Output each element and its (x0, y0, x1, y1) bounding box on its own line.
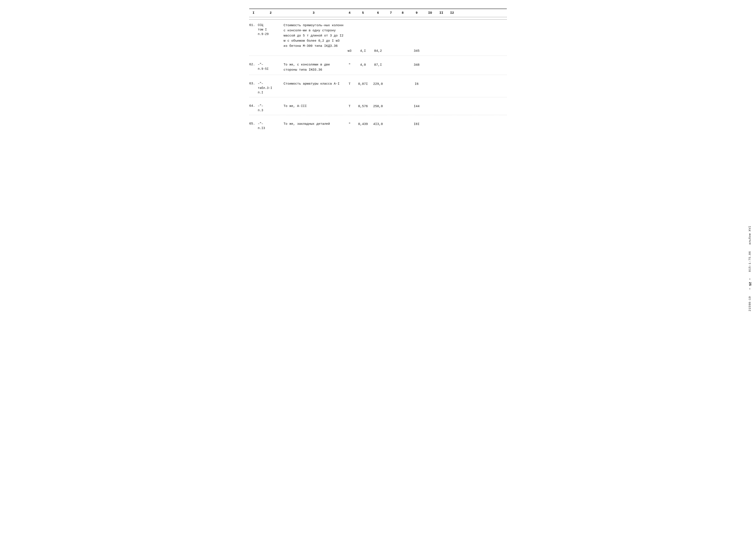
row-61-v11 (436, 23, 447, 23)
row-62-v9: 348 (409, 62, 424, 68)
page-container: I 2 3 4 5 6 7 8 9 IO II I2 61. ССЦ том I… (249, 9, 507, 133)
row-63-v9: I6 (409, 81, 424, 87)
row-63-v8 (396, 81, 409, 82)
header-col-3: 3 (284, 11, 344, 16)
row-61-v6: 84,2 (371, 23, 385, 54)
row-65-v8 (396, 122, 409, 122)
row-64-v6: 250,0 (371, 104, 385, 109)
row-64-v9: I44 (409, 104, 424, 109)
row-64-v11 (436, 104, 447, 104)
row-65-v9: I8I (409, 122, 424, 127)
header-col-6: 6 (371, 11, 385, 16)
header-col-9: 9 (409, 11, 424, 16)
row-62-v5: 4,0 (355, 62, 371, 68)
row-61-ref: 61. (249, 23, 258, 28)
row-61-v12 (447, 23, 458, 23)
row-62-v7 (385, 62, 396, 63)
row-62-ref: 62. (249, 62, 258, 67)
album-code: 815-1-75.86 (748, 251, 751, 272)
row-63-source: –"– табл.3-I п.I (258, 81, 284, 95)
row-65-v12 (447, 122, 458, 122)
row-61-v7 (385, 23, 396, 49)
table-row: 65. –"– п.I3 То же, закладных деталей " … (249, 122, 507, 133)
table-row: 62. –"– п.9-5I То же, с консолями в две … (249, 62, 507, 75)
row-65-v11 (436, 122, 447, 122)
row-65-desc: То же, закладных деталей (284, 122, 344, 127)
row-65-source: –"– п.I3 (258, 122, 284, 131)
row-61-v5: 4,I (355, 23, 371, 54)
row-63-ref: 63. (249, 81, 258, 86)
header-col-12: I2 (447, 11, 458, 16)
row-63-v12 (447, 81, 458, 82)
row-64-v10 (424, 104, 436, 104)
side-labels: альбом XVI 815-1-75.86 – 25 – 21598-19 (748, 226, 752, 311)
page-number: – 25 – (748, 278, 752, 290)
header-col-7: 7 (385, 11, 396, 16)
album-label: альбом XVI (748, 226, 751, 245)
table-row: 61. ССЦ том I п.9-29 Стоимость прямоугол… (249, 23, 507, 56)
row-61-v8 (396, 23, 409, 49)
row-61-source: ССЦ том I п.9-29 (258, 23, 284, 36)
header-col-2: 2 (258, 11, 284, 16)
doc-number: 21598-19 (748, 296, 751, 311)
row-61-v9: 345 (409, 23, 424, 54)
row-63-v6: 229,0 (371, 81, 385, 87)
row-62-desc: То же, с консолями в две стороны типа IK… (284, 62, 344, 72)
row-65-v5: 0,439 (355, 122, 371, 127)
row-65-ref: 65. (249, 122, 258, 126)
row-62-source: –"– п.9-5I (258, 62, 284, 71)
header-col-5: 5 (355, 11, 371, 16)
row-63-v5: 0,07I (355, 81, 371, 87)
row-63-v11 (436, 81, 447, 82)
row-64-ref: 64. (249, 104, 258, 109)
header-divider (249, 19, 507, 20)
table-row: 63. –"– табл.3-I п.I Стоимость арматуры … (249, 81, 507, 97)
row-61-desc: Стоимость прямоуголь-ных колонн с консол… (284, 23, 344, 49)
row-62-v6: 87,I (371, 62, 385, 68)
table-row: 64. –"– п.3 То же, А-III Т 0,576 250,0 I… (249, 104, 507, 115)
row-63-unit: Т (344, 81, 355, 87)
row-64-desc: То же, А-III (284, 104, 344, 109)
header-col-4: 4 (344, 11, 355, 16)
header-row: I 2 3 4 5 6 7 8 9 IO II I2 (249, 9, 507, 17)
row-62-unit: " (344, 62, 355, 68)
row-65-v10 (424, 122, 436, 122)
row-61-v10 (424, 23, 436, 23)
row-61-unit: м3 (344, 23, 355, 54)
row-63-desc: Стоимость арматуры класса А-I (284, 81, 344, 87)
header-col-1: I (249, 11, 258, 16)
row-64-v7 (385, 104, 396, 104)
row-65-unit: " (344, 122, 355, 127)
row-62-v12 (447, 62, 458, 63)
row-63-v7 (385, 81, 396, 82)
header-col-10: IO (424, 11, 436, 16)
row-62-v10 (424, 62, 436, 63)
header-col-11: II (436, 11, 447, 16)
row-64-v5: 0,576 (355, 104, 371, 109)
header-col-8: 8 (396, 11, 409, 16)
row-64-v8 (396, 104, 409, 104)
row-64-v12 (447, 104, 458, 104)
row-65-v6: 4I3,0 (371, 122, 385, 127)
row-64-unit: Т (344, 104, 355, 109)
row-62-v8 (396, 62, 409, 63)
row-63-v10 (424, 81, 436, 82)
row-64-source: –"– п.3 (258, 104, 284, 113)
row-65-v7 (385, 122, 396, 122)
row-62-v11 (436, 62, 447, 63)
